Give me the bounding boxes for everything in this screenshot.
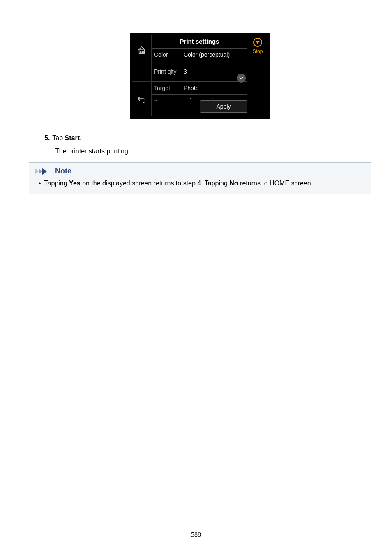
- text-bold: No: [229, 180, 238, 187]
- setting-value: Photo: [184, 85, 245, 91]
- note-text: Tapping Yes on the displayed screen retu…: [44, 179, 313, 188]
- note-box: Note • Tapping Yes on the displayed scre…: [29, 162, 371, 194]
- setting-row-target[interactable]: Target Photo: [152, 81, 247, 94]
- home-icon: [137, 46, 146, 55]
- svg-rect-1: [140, 51, 141, 53]
- setting-row-color[interactable]: Color Color (perceptual): [152, 48, 247, 61]
- stop-icon: [253, 38, 262, 47]
- back-button[interactable]: [132, 81, 152, 116]
- text-bold: Start: [65, 134, 80, 141]
- svg-rect-2: [142, 51, 143, 53]
- printer-screen-figure: Print settings Color Color (perceptual) …: [37, 33, 363, 119]
- text: on the displayed screen returns to step …: [81, 180, 230, 187]
- chevron-down-icon: [239, 75, 243, 81]
- scroll-down-button[interactable]: [237, 74, 246, 83]
- note-item: • Tapping Yes on the displayed screen re…: [39, 179, 365, 188]
- page-number: 588: [0, 531, 392, 539]
- screen-title: Print settings: [152, 35, 247, 48]
- note-arrows-icon: [35, 168, 52, 175]
- step-5: 5. Tap Start.: [44, 134, 363, 143]
- stop-button[interactable]: Stop: [247, 35, 268, 65]
- setting-label: Print qlty: [154, 68, 184, 75]
- stop-label: Stop: [253, 49, 263, 54]
- svg-marker-5: [42, 168, 47, 175]
- text: .: [80, 134, 81, 141]
- svg-marker-3: [35, 169, 39, 174]
- text: Tapping: [44, 180, 69, 187]
- setting-label: Target: [154, 85, 184, 91]
- text: returns to HOME screen.: [238, 180, 313, 187]
- step-text: Tap Start.: [52, 134, 363, 143]
- home-button[interactable]: [132, 35, 152, 65]
- text-bold: Yes: [69, 180, 81, 187]
- back-icon: [137, 95, 146, 103]
- bullet: •: [39, 179, 41, 188]
- step-result-text: The printer starts printing.: [55, 148, 363, 155]
- svg-marker-4: [39, 169, 42, 174]
- setting-value: 3: [184, 68, 245, 75]
- setting-value: Color (perceptual): [184, 51, 245, 58]
- note-heading-text: Note: [55, 167, 71, 176]
- note-heading: Note: [35, 167, 365, 176]
- setting-row-printqlty[interactable]: Print qlty 3: [152, 65, 247, 78]
- step-number: 5.: [44, 134, 50, 143]
- setting-label: Color: [154, 51, 184, 58]
- apply-button[interactable]: Apply: [200, 100, 247, 113]
- text: Tap: [52, 134, 65, 141]
